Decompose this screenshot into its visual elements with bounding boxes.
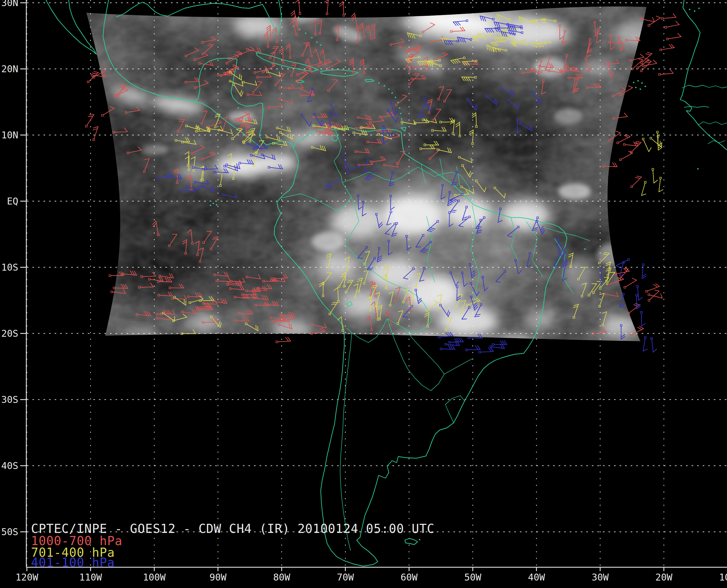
barb-feather	[476, 228, 480, 229]
island-dot	[635, 87, 637, 88]
barb-feather	[256, 325, 256, 330]
barb-shaft	[281, 88, 294, 88]
island-dot	[697, 168, 699, 169]
island-dot	[316, 41, 317, 43]
barb-feather	[213, 239, 217, 239]
island-dot	[302, 19, 304, 20]
island-dot	[399, 107, 400, 108]
barb-feather	[358, 258, 363, 258]
island-dot	[637, 80, 639, 81]
island-dot	[633, 82, 634, 83]
island-dot	[320, 44, 321, 46]
lon-label: 120W	[16, 572, 38, 583]
barb-feather	[213, 237, 218, 237]
barb-feather	[89, 114, 94, 115]
island-dot	[216, 204, 217, 205]
barb-feather	[416, 247, 421, 247]
barb-feather	[462, 319, 467, 319]
satellite-wind-product: 30N20N10NEQ10S20S30S40S50S120W110W100W90…	[0, 0, 727, 588]
lat-label: 10N	[1, 129, 18, 141]
island-dot	[689, 8, 690, 10]
barb-shaft	[141, 287, 154, 287]
island-dot	[584, 248, 585, 250]
island-dot	[391, 92, 393, 93]
weather-map-canvas: 30N20N10NEQ10S20S30S40S50S120W110W100W90…	[0, 0, 727, 588]
barb-feather	[532, 126, 532, 131]
lon-label: 80W	[273, 572, 290, 583]
lon-label: 20W	[655, 572, 672, 583]
lon-label: 70W	[337, 572, 354, 583]
island-dot	[694, 10, 695, 12]
island-dot	[311, 37, 312, 38]
island-dot	[401, 118, 402, 120]
barb-feather	[290, 134, 290, 138]
barb-feather	[530, 125, 530, 130]
lat-label: 10S	[1, 262, 18, 273]
island-dot	[698, 7, 700, 9]
island-dot	[384, 85, 385, 86]
island-dot	[419, 539, 420, 540]
legend-entry-high: 401-100 hPa	[31, 555, 115, 569]
island-dot	[644, 85, 646, 87]
lat-label: 20N	[1, 63, 18, 75]
lon-label: 100W	[143, 572, 166, 583]
lat-label: 30S	[1, 394, 18, 405]
barb-feather	[450, 212, 455, 212]
barb-feather	[452, 210, 457, 211]
lon-label: 10W	[719, 572, 727, 583]
island-dot	[641, 82, 643, 84]
barb-feather	[447, 90, 452, 90]
island-dot	[400, 112, 401, 114]
lon-label: 50W	[464, 572, 481, 583]
barb-feather	[88, 117, 93, 117]
barb-feather	[347, 282, 352, 282]
lon-label: 30W	[591, 572, 609, 583]
island-dot	[388, 88, 389, 90]
lat-label: 50S	[1, 526, 18, 537]
lat-label: 40S	[1, 460, 18, 471]
lat-label: 20S	[1, 328, 18, 339]
island-dot	[298, 16, 299, 18]
island-dot	[237, 107, 239, 108]
lon-label: 60W	[401, 572, 418, 583]
lon-label: 110W	[79, 572, 102, 583]
lon-label: 90W	[209, 572, 226, 583]
island-dot	[378, 82, 379, 84]
island-dot	[213, 203, 214, 204]
barb-feather	[368, 268, 373, 268]
barb-feather	[292, 134, 292, 139]
barb-feather	[258, 326, 258, 331]
lat-label: EQ	[7, 196, 18, 207]
barb-feather	[259, 141, 264, 141]
barb-feather	[660, 141, 661, 146]
barb-shaft	[388, 242, 389, 255]
satellite-layer	[50, 2, 662, 352]
lat-label: 30N	[1, 0, 18, 8]
barb-shaft	[189, 156, 189, 169]
island-dot	[395, 97, 396, 98]
barb-feather	[477, 227, 482, 227]
barb-shaft	[198, 131, 210, 131]
barb-shaft	[449, 214, 449, 226]
island-dot	[305, 33, 306, 34]
island-dot	[640, 88, 641, 90]
barb-shaft	[259, 77, 271, 77]
lon-label: 40W	[528, 572, 545, 583]
island-dot	[210, 205, 211, 206]
barb-feather	[400, 151, 405, 152]
barb-shaft	[218, 281, 231, 281]
island-dot	[401, 123, 403, 125]
barb-shaft	[183, 334, 196, 334]
